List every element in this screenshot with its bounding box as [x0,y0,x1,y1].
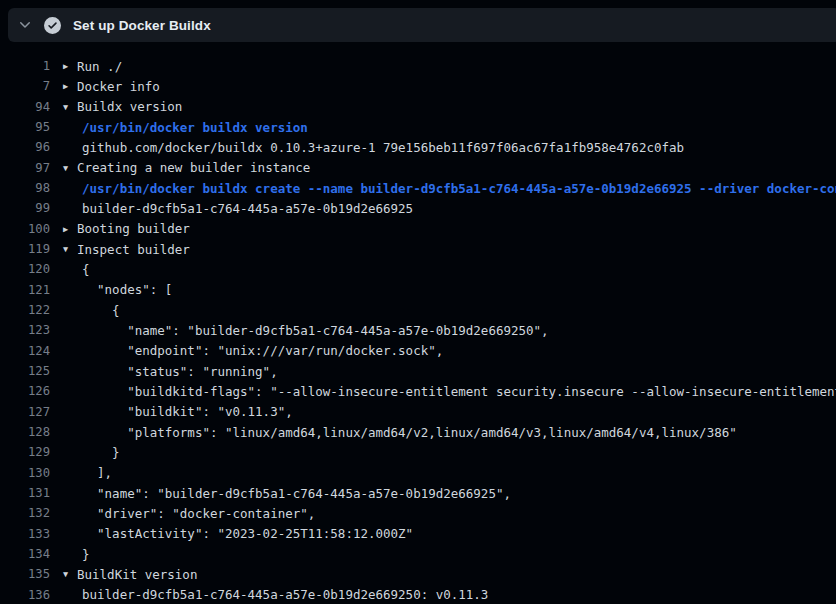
log-output-text: { [77,303,120,318]
log-line-row: 134} [0,544,836,564]
log-output-text: "buildkit": "v0.11.3", [77,404,293,419]
group-title: Inspect builder [77,242,190,257]
line-number[interactable]: 132 [0,506,50,520]
log-line-row: 99builder-d9cfb5a1-c764-445a-a57e-0b19d2… [0,198,836,218]
line-number[interactable]: 130 [0,466,50,480]
line-number[interactable]: 94 [0,100,50,114]
line-number[interactable]: 98 [0,181,50,195]
log-output-text: } [77,547,90,562]
group-title: Creating a new builder instance [77,160,310,175]
log-line-row: 124 "endpoint": "unix:///var/run/docker.… [0,341,836,361]
line-number[interactable]: 134 [0,547,50,561]
log-line-row: 126 "buildkitd-flags": "--allow-insecure… [0,381,836,401]
log-output-text: "name": "builder-d9cfb5a1-c764-445a-a57e… [77,323,549,338]
log-group-row[interactable]: 135▼BuildKit version [0,564,836,584]
step-header[interactable]: Set up Docker Buildx [8,8,836,42]
group-title: Run ./ [77,59,122,74]
line-number[interactable]: 100 [0,222,50,236]
line-number[interactable]: 126 [0,384,50,398]
log-output-text: builder-d9cfb5a1-c764-445a-a57e-0b19d2e6… [77,587,488,602]
line-number[interactable]: 136 [0,588,50,602]
log-group-row[interactable]: 7▶Docker info [0,76,836,96]
log-output-text: "buildkitd-flags": "--allow-insecure-ent… [77,384,836,399]
chevron-down-icon[interactable] [17,17,33,33]
triangle-right-icon: ▶ [63,219,77,239]
line-number[interactable]: 1 [0,59,50,73]
log-group-row[interactable]: 100▶Booting builder [0,219,836,239]
log-line-row: 128 "platforms": "linux/amd64,linux/amd6… [0,422,836,442]
log-line-row: 120{ [0,259,836,279]
line-number[interactable]: 128 [0,425,50,439]
log-line-row: 125 "status": "running", [0,361,836,381]
log-output-text: builder-d9cfb5a1-c764-445a-a57e-0b19d2e6… [77,201,413,216]
triangle-right-icon: ▶ [63,76,77,96]
log-line-row: 122 { [0,300,836,320]
log-line-row: 123 "name": "builder-d9cfb5a1-c764-445a-… [0,320,836,340]
log-command-text: /usr/bin/docker buildx create --name bui… [77,181,836,196]
log-output-text: } [77,445,120,460]
log-output-text: { [77,262,90,277]
group-title: BuildKit version [77,567,197,582]
log-command-text: /usr/bin/docker buildx version [77,120,308,135]
log-line-row: 121 "nodes": [ [0,280,836,300]
group-title: Booting builder [77,221,190,236]
line-number[interactable]: 119 [0,242,50,256]
log-group-row[interactable]: 119▼Inspect builder [0,239,836,259]
log-group-row[interactable]: 94▼Buildx version [0,97,836,117]
log: 1▶Run ./7▶Docker info94▼Buildx version95… [0,42,836,604]
log-output-text: "platforms": "linux/amd64,linux/amd64/v2… [77,425,737,440]
log-output-text: "driver": "docker-container", [77,506,315,521]
triangle-down-icon: ▼ [63,239,77,259]
line-number[interactable]: 97 [0,161,50,175]
log-line-row: 98/usr/bin/docker buildx create --name b… [0,178,836,198]
log-line-row: 96github.com/docker/buildx 0.10.3+azure-… [0,137,836,157]
line-number[interactable]: 129 [0,445,50,459]
line-number[interactable]: 121 [0,283,50,297]
log-line-row: 132 "driver": "docker-container", [0,503,836,523]
triangle-down-icon: ▼ [63,564,77,584]
line-number[interactable]: 122 [0,303,50,317]
line-number[interactable]: 124 [0,344,50,358]
log-line-row: 131 "name": "builder-d9cfb5a1-c764-445a-… [0,483,836,503]
check-circle-icon [44,17,61,34]
line-number[interactable]: 96 [0,140,50,154]
log-group-row[interactable]: 1▶Run ./ [0,56,836,76]
triangle-down-icon: ▼ [63,158,77,178]
line-number[interactable]: 127 [0,405,50,419]
log-line-row: 133 "lastActivity": "2023-02-25T11:58:12… [0,524,836,544]
log-output-text: "nodes": [ [77,282,172,297]
line-number[interactable]: 95 [0,120,50,134]
line-number[interactable]: 125 [0,364,50,378]
log-output-text: github.com/docker/buildx 0.10.3+azure-1 … [77,140,684,155]
log-group-row[interactable]: 97▼Creating a new builder instance [0,158,836,178]
line-number[interactable]: 123 [0,323,50,337]
log-output-text: "lastActivity": "2023-02-25T11:58:12.000… [77,526,413,541]
line-number[interactable]: 99 [0,201,50,215]
log-line-row: 130 ], [0,463,836,483]
log-output-text: "name": "builder-d9cfb5a1-c764-445a-a57e… [77,486,511,501]
group-title: Docker info [77,79,160,94]
log-output-text: "status": "running", [77,364,278,379]
line-number[interactable]: 120 [0,262,50,276]
log-line-row: 127 "buildkit": "v0.11.3", [0,402,836,422]
line-number[interactable]: 135 [0,567,50,581]
line-number[interactable]: 133 [0,527,50,541]
top-spacer [0,0,836,8]
log-line-row: 95/usr/bin/docker buildx version [0,117,836,137]
log-line-row: 129 } [0,442,836,462]
step-title: Set up Docker Buildx [73,18,211,33]
line-number[interactable]: 7 [0,79,50,93]
triangle-right-icon: ▶ [63,56,77,76]
group-title: Buildx version [77,99,182,114]
log-output-text: ], [77,465,112,480]
log-line-row: 136builder-d9cfb5a1-c764-445a-a57e-0b19d… [0,585,836,604]
line-number[interactable]: 131 [0,486,50,500]
log-output-text: "endpoint": "unix:///var/run/docker.sock… [77,343,443,358]
triangle-down-icon: ▼ [63,97,77,117]
